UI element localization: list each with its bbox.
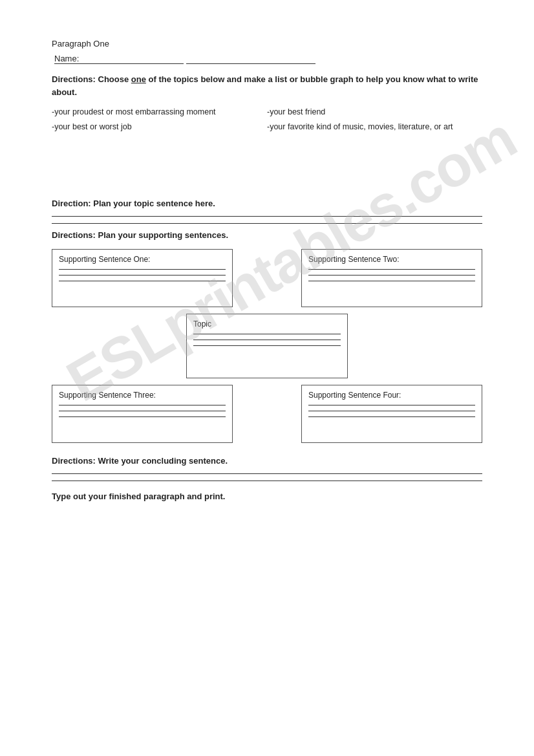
- topics-col-right: -your best friend -your favorite kind of…: [267, 105, 482, 134]
- sentence-four-box: Supporting Sentence Four:: [301, 385, 482, 443]
- page: ESLprintables.com Paragraph One Name: Di…: [0, 0, 534, 756]
- sentence-one-line-3: [59, 281, 226, 281]
- sentence-four-line-3: [308, 416, 475, 417]
- topic-item-3: -your best friend: [267, 105, 482, 120]
- sentence-one-line-2: [59, 275, 226, 275]
- section-title: Paragraph One: [52, 39, 482, 49]
- topic-line-c: [193, 345, 341, 346]
- sentence-one-box: Supporting Sentence One:: [52, 249, 233, 307]
- topic-line-1: [52, 216, 482, 217]
- topic-center-label: Topic: [193, 319, 341, 329]
- sentence-two-line-2: [308, 275, 475, 275]
- directions-conclude-label: Directions: Write your concluding senten…: [52, 456, 482, 466]
- writing-space: [52, 147, 482, 199]
- name-label: Name:: [54, 54, 184, 64]
- top-sentence-row: Supporting Sentence One: Supporting Sent…: [52, 249, 482, 307]
- sentence-two-line-3: [308, 281, 475, 281]
- sentence-three-line-3: [59, 416, 226, 417]
- bottom-sentence-row: Supporting Sentence Three: Supporting Se…: [52, 385, 482, 443]
- sentence-four-label: Supporting Sentence Four:: [308, 391, 475, 400]
- sentence-four-line-1: [308, 405, 475, 405]
- sentence-one-label: Supporting Sentence One:: [59, 255, 226, 264]
- topic-center-box: Topic: [186, 314, 348, 378]
- topics-list: -your proudest or most embarrassing mome…: [52, 105, 482, 134]
- topics-col-left: -your proudest or most embarrassing mome…: [52, 105, 267, 134]
- sentence-one-line-1: [59, 269, 226, 270]
- middle-topic-row: Topic: [52, 314, 482, 378]
- topic-line-a: [193, 334, 341, 334]
- topic-line-b: [193, 340, 341, 340]
- topic-line-2: [52, 223, 482, 224]
- conclude-line-2: [52, 481, 482, 481]
- main-directions: Directions: Choose one of the topics bel…: [52, 73, 482, 98]
- sentence-three-box: Supporting Sentence Three:: [52, 385, 233, 443]
- sentence-three-line-2: [59, 411, 226, 411]
- name-line: Name:: [52, 54, 482, 64]
- name-underline-field[interactable]: [186, 54, 315, 64]
- sentence-two-label: Supporting Sentence Two:: [308, 255, 475, 264]
- directions-supporting-label: Directions: Plan your supporting sentenc…: [52, 230, 482, 240]
- bubble-diagram: Supporting Sentence One: Supporting Sent…: [52, 249, 482, 443]
- sentence-four-line-2: [308, 411, 475, 411]
- direction-plan-label: Direction: Plan your topic sentence here…: [52, 199, 482, 208]
- sentence-three-line-1: [59, 405, 226, 405]
- topic-item-2: -your best or worst job: [52, 120, 267, 135]
- topic-item-4: -your favorite kind of music, movies, li…: [267, 120, 482, 135]
- final-instruction-label: Type out your finished paragraph and pri…: [52, 491, 482, 501]
- sentence-two-line-1: [308, 269, 475, 270]
- topic-item-1: -your proudest or most embarrassing mome…: [52, 105, 267, 120]
- sentence-two-box: Supporting Sentence Two:: [301, 249, 482, 307]
- sentence-three-label: Supporting Sentence Three:: [59, 391, 226, 400]
- conclude-line-1: [52, 473, 482, 474]
